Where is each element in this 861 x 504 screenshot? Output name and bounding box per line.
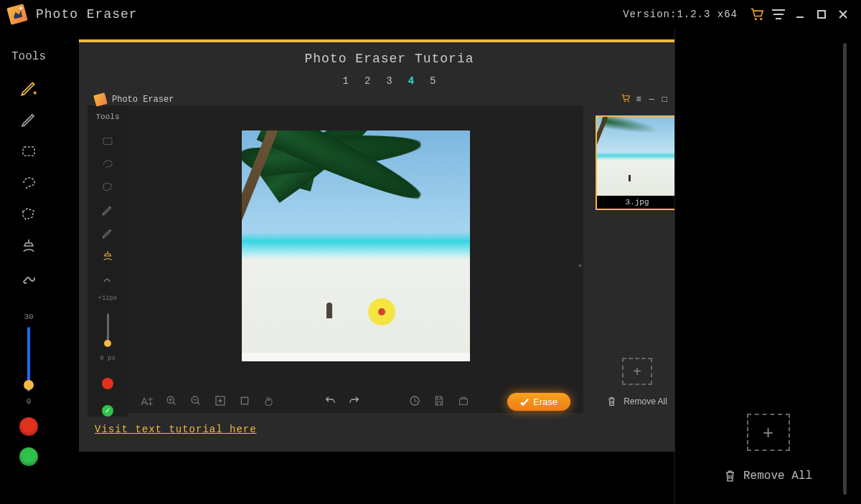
clone-stamp-tool[interactable] [18, 235, 39, 257]
tutorial-title: Photo Eraser Tutoria [304, 52, 474, 66]
hand-tool-icon[interactable] [263, 395, 276, 409]
svg-point-4 [624, 100, 626, 102]
trash-icon [724, 470, 736, 482]
cart-icon[interactable] [748, 5, 766, 24]
actual-size-icon[interactable] [238, 395, 251, 409]
color-swatch-red[interactable] [19, 417, 38, 436]
menu-icon[interactable] [769, 5, 788, 24]
image-caption [242, 353, 470, 361]
svg-rect-6 [103, 138, 112, 145]
person-in-image [326, 303, 332, 318]
preview-bottom-toolbar: A‡ [128, 386, 583, 417]
brush-size-min: 0 [27, 397, 32, 406]
preview-thumbnail[interactable]: 3.jpg [596, 115, 679, 210]
preview-pencil-plus-tool[interactable] [100, 203, 115, 217]
pencil-plus-tool[interactable] [18, 77, 39, 99]
erase-button[interactable]: Erase [507, 393, 570, 411]
cursor-highlight-icon [368, 298, 395, 325]
preview-cart-icon[interactable] [619, 94, 632, 105]
history-icon[interactable] [408, 395, 421, 409]
preview-logo-icon [93, 92, 108, 107]
tools-heading: Tools [11, 50, 46, 63]
preview-clone-stamp-tool[interactable] [100, 249, 115, 263]
svg-point-0 [755, 18, 757, 20]
version-label: Version:1.2.3 x64 [623, 9, 738, 20]
polygon-tool[interactable] [18, 204, 39, 225]
svg-point-5 [628, 100, 629, 102]
tutorial-step-1[interactable]: 1 [342, 75, 348, 87]
tools-sidebar: Tools 30 0 [0, 29, 57, 504]
zoom-in-icon[interactable] [165, 395, 178, 409]
preview-swatch-red[interactable] [102, 378, 113, 389]
preview-minimize-button[interactable]: — [645, 95, 658, 105]
preview-slider-min: 0 px [100, 355, 116, 362]
tutorial-modal: Photo Eraser Tutoria ✕ 1 2 3 4 5 Photo E… [79, 39, 700, 452]
right-sidebar: + Remove All [674, 29, 861, 504]
lasso-tool[interactable] [18, 172, 39, 194]
tutorial-step-5[interactable]: 5 [430, 75, 436, 87]
preview-marquee-tool[interactable] [100, 134, 115, 148]
preview-thumbnail-label: 3.jpg [597, 196, 677, 209]
svg-rect-3 [23, 147, 34, 156]
pencil-tool[interactable] [18, 109, 39, 130]
main-panel: ▸ Photo Eraser Tutoria ✕ 1 2 3 4 5 Photo… [57, 29, 674, 504]
tutorial-text-link[interactable]: Visit text tutorial here [95, 424, 257, 435]
app-title: Photo Eraser [36, 7, 138, 22]
titlebar: Photo Eraser Version:1.2.3 x64 [0, 0, 861, 29]
brush-size-slider[interactable]: 30 0 [24, 313, 33, 406]
preview-pencil-tool[interactable] [100, 226, 115, 240]
maximize-button[interactable] [812, 5, 831, 24]
preview-smudge-tool[interactable] [100, 272, 115, 286]
preview-swatch-green[interactable]: ✓ [102, 405, 113, 417]
preview-image [242, 130, 470, 361]
app-logo-icon [6, 4, 27, 24]
preview-canvas[interactable] [128, 105, 583, 386]
preview-brush-slider[interactable] [107, 313, 109, 346]
text-size-icon[interactable]: A‡ [141, 396, 154, 407]
minimize-button[interactable] [791, 5, 809, 24]
preview-remove-all-button[interactable]: Remove All [607, 396, 667, 406]
close-button[interactable] [834, 5, 852, 24]
preview-polygon-tool[interactable] [100, 180, 115, 194]
svg-rect-12 [460, 399, 468, 404]
preview-collapse-icon[interactable]: ◂ [578, 261, 581, 269]
redo-icon[interactable] [348, 395, 361, 409]
brush-size-max: 30 [24, 313, 33, 321]
preview-menu-icon[interactable]: ≡ [632, 95, 645, 105]
fit-screen-icon[interactable] [214, 395, 227, 409]
svg-rect-2 [818, 11, 825, 18]
preview-title: Photo Eraser [112, 95, 174, 105]
tutorial-step-3[interactable]: 3 [386, 75, 392, 87]
color-swatch-green[interactable] [19, 447, 38, 466]
right-scrollbar[interactable] [843, 43, 847, 495]
tutorial-step-4[interactable]: 4 [408, 75, 414, 87]
svg-point-1 [760, 18, 762, 20]
export-icon[interactable] [457, 395, 470, 409]
tutorial-preview: Photo Eraser ≡ — □ ✕ Tools [88, 94, 691, 413]
preview-tools-sidebar: Tools +11px 0 px ✓ [88, 105, 128, 417]
remove-all-button[interactable]: Remove All [724, 470, 812, 482]
add-image-button[interactable]: + [747, 414, 790, 451]
preview-titlebar: Photo Eraser ≡ — □ ✕ [88, 94, 691, 105]
tutorial-steps: 1 2 3 4 5 [79, 75, 700, 87]
smudge-tool[interactable] [18, 267, 39, 288]
preview-tools-heading: Tools [95, 113, 119, 121]
zoom-out-icon[interactable] [189, 395, 202, 409]
preview-add-image-button[interactable]: + [622, 358, 652, 385]
svg-rect-10 [241, 397, 248, 404]
marquee-tool[interactable] [18, 141, 39, 162]
save-icon[interactable] [433, 395, 446, 409]
preview-lasso-tool[interactable] [100, 157, 115, 171]
trash-icon [607, 396, 616, 406]
tutorial-step-2[interactable]: 2 [364, 75, 370, 87]
undo-icon[interactable] [324, 395, 337, 409]
preview-maximize-button[interactable]: □ [658, 95, 671, 105]
preview-slider-max: +11px [98, 295, 117, 302]
